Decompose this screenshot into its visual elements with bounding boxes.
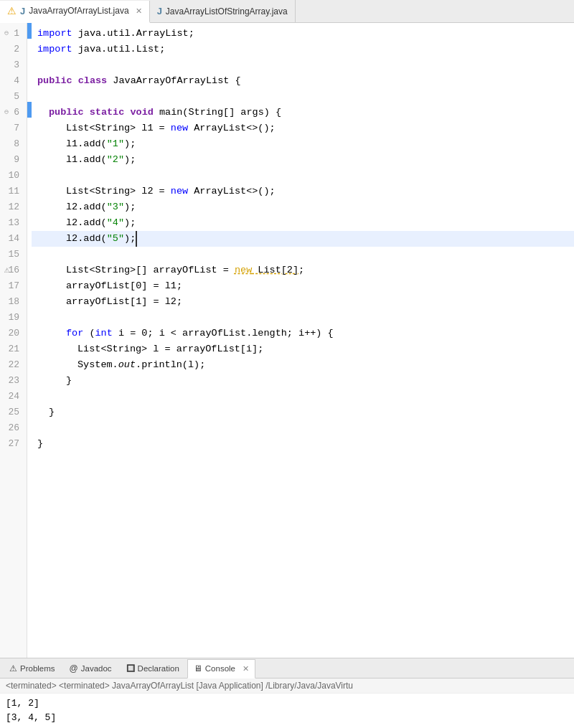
console-terminated-line: <terminated> <terminated> JavaArrayOfArr… xyxy=(0,679,574,694)
bottom-panel: ⚠ Problems @ Javadoc 🔲 Declaration 🖥 Con… xyxy=(0,658,574,728)
line-num-11: 11 xyxy=(6,184,22,199)
code-line-25: } xyxy=(32,405,574,420)
code-editor: ⊖1 2 3 4 5 ⊖6 7 8 9 10 11 12 13 14 15 ⚠️… xyxy=(0,23,574,658)
code-line-10 xyxy=(32,168,574,184)
problems-tab-icon: ⚠ xyxy=(9,663,17,673)
java-file-icon: J xyxy=(20,6,25,16)
code-line-7: List<String> l1 = new ArrayList<>(); xyxy=(32,120,574,136)
code-line-21: List<String> l = arrayOfList[i]; xyxy=(32,341,574,357)
code-area[interactable]: ⊖1 2 3 4 5 ⊖6 7 8 9 10 11 12 13 14 15 ⚠️… xyxy=(0,23,574,658)
console-tab-label: Console xyxy=(205,664,235,673)
line-num-23: 23 xyxy=(6,373,22,389)
line-num-21: 21 xyxy=(6,341,22,357)
code-line-9: l1.add("2"); xyxy=(32,152,574,168)
warning-tab-icon: ⚠ xyxy=(7,5,17,16)
line-num-19: 19 xyxy=(6,310,22,326)
code-line-16: List<String>[] arrayOfList = new List[2]… xyxy=(32,263,574,278)
tab-javadoc[interactable]: @ Javadoc xyxy=(63,658,118,678)
code-line-24 xyxy=(32,389,574,405)
console-tab-icon: 🖥 xyxy=(194,663,202,673)
line-num-16: ⚠️16 xyxy=(6,263,22,278)
tab-declaration[interactable]: 🔲 Declaration xyxy=(120,658,186,678)
line-num-7: 7 xyxy=(6,120,22,136)
line-num-8: 8 xyxy=(6,136,22,152)
javadoc-tab-label: Javadoc xyxy=(81,664,112,673)
line-num-2: 2 xyxy=(6,42,22,57)
line-num-22: 22 xyxy=(6,357,22,373)
line-num-25: 25 xyxy=(6,405,22,420)
declaration-tab-icon: 🔲 xyxy=(126,664,135,672)
line-num-14: 14 xyxy=(6,231,22,247)
code-line-15 xyxy=(32,247,574,263)
code-line-26 xyxy=(32,420,574,436)
line-num-4: 4 xyxy=(6,73,22,89)
problems-tab-label: Problems xyxy=(20,664,55,673)
line-num-24: 24 xyxy=(6,389,22,405)
bottom-tabs: ⚠ Problems @ Javadoc 🔲 Declaration 🖥 Con… xyxy=(0,658,574,679)
code-line-1: import java.util.ArrayList; xyxy=(32,26,574,42)
tab-console[interactable]: 🖥 Console ✕ xyxy=(187,659,255,679)
code-line-17: arrayOfList[0] = l1; xyxy=(32,278,574,294)
code-line-19 xyxy=(32,310,574,326)
line-num-18: 18 xyxy=(6,294,22,310)
tab-java-arraylist-of-string-array[interactable]: J JavaArrayListOfStringArray.java xyxy=(150,0,296,22)
code-line-11: List<String> l2 = new ArrayList<>(); xyxy=(32,184,574,199)
code-line-14: l2.add("5"); xyxy=(32,231,574,247)
line-num-10: 10 xyxy=(6,168,22,184)
code-line-18: arrayOfList[1] = l2; xyxy=(32,294,574,310)
line-num-5: 5 xyxy=(6,89,22,105)
code-line-23: } xyxy=(32,373,574,389)
line-num-27: 27 xyxy=(6,436,22,452)
console-output-line-1: [1, 2] xyxy=(6,696,568,711)
tab1-close-button[interactable]: ✕ xyxy=(136,6,142,16)
code-line-22: System.out.println(l); xyxy=(32,357,574,373)
code-line-8: l1.add("1"); xyxy=(32,136,574,152)
tab-java-array-of-arraylist[interactable]: ⚠ J JavaArrayOfArrayList.java ✕ xyxy=(0,1,150,23)
line-num-20: 20 xyxy=(6,326,22,341)
tab-bar: ⚠ J JavaArrayOfArrayList.java ✕ J JavaAr… xyxy=(0,0,574,23)
line-num-17: 17 xyxy=(6,278,22,294)
java-file-icon2: J xyxy=(157,6,162,16)
code-lines[interactable]: import java.util.ArrayList; import java.… xyxy=(32,23,574,658)
line-num-26: 26 xyxy=(6,420,22,436)
code-line-4: public class JavaArrayOfArrayList { xyxy=(32,73,574,89)
code-line-27: } xyxy=(32,436,574,452)
declaration-tab-label: Declaration xyxy=(138,664,179,673)
warning-gutter-icon: ⚠️ xyxy=(4,263,10,278)
line-num-1: ⊖1 xyxy=(6,26,22,42)
line-num-3: 3 xyxy=(6,57,22,73)
console-output: [1, 2] [3, 4, 5] xyxy=(0,694,574,728)
line-numbers: ⊖1 2 3 4 5 ⊖6 7 8 9 10 11 12 13 14 15 ⚠️… xyxy=(0,23,27,658)
code-line-20: for (int i = 0; i < arrayOfList.length; … xyxy=(32,326,574,341)
line-num-9: 9 xyxy=(6,152,22,168)
code-line-12: l2.add("3"); xyxy=(32,199,574,215)
code-line-3 xyxy=(32,57,574,73)
code-line-13: l2.add("4"); xyxy=(32,215,574,231)
line-num-13: 13 xyxy=(6,215,22,231)
console-tab-close[interactable]: ✕ xyxy=(243,664,249,673)
javadoc-tab-icon: @ xyxy=(70,663,78,673)
code-line-5 xyxy=(32,89,574,105)
code-line-2: import java.util.List; xyxy=(32,42,574,57)
line-num-15: 15 xyxy=(6,247,22,263)
tab2-label: JavaArrayListOfStringArray.java xyxy=(166,6,288,16)
console-output-line-2: [3, 4, 5] xyxy=(6,711,568,725)
tab1-label: JavaArrayOfArrayList.java xyxy=(29,6,128,16)
line-num-12: 12 xyxy=(6,199,22,215)
line-num-6: ⊖6 xyxy=(6,105,22,120)
code-line-6: public static void main(String[] args) { xyxy=(32,105,574,120)
tab-problems[interactable]: ⚠ Problems xyxy=(3,658,62,678)
